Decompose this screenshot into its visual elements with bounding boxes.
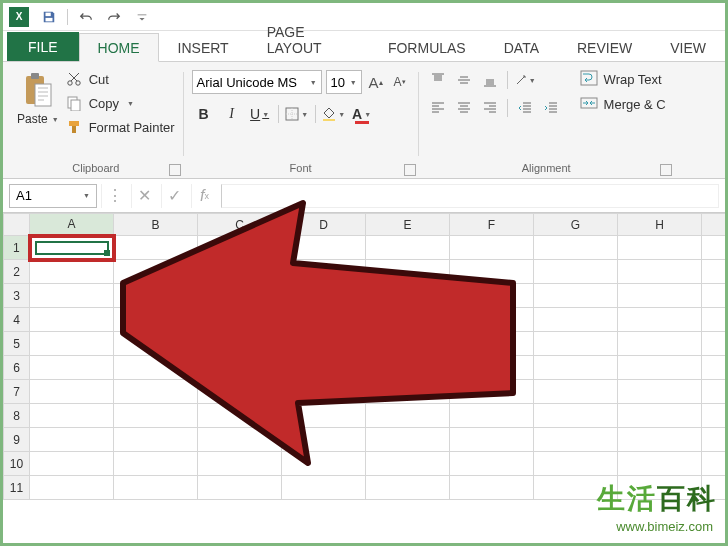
- cell[interactable]: [534, 236, 618, 260]
- cell[interactable]: [534, 404, 618, 428]
- column-header[interactable]: E: [366, 214, 450, 236]
- cell[interactable]: [114, 284, 198, 308]
- cell[interactable]: [618, 404, 702, 428]
- cell[interactable]: [282, 452, 366, 476]
- align-middle-button[interactable]: [453, 70, 475, 90]
- row-header[interactable]: 1: [4, 236, 30, 260]
- cell[interactable]: [282, 380, 366, 404]
- cell[interactable]: [366, 452, 450, 476]
- row-header[interactable]: 5: [4, 332, 30, 356]
- cell[interactable]: [618, 452, 702, 476]
- cell[interactable]: [450, 332, 534, 356]
- cell[interactable]: [618, 380, 702, 404]
- cell[interactable]: [534, 260, 618, 284]
- cell[interactable]: [450, 380, 534, 404]
- cell[interactable]: [534, 380, 618, 404]
- cell[interactable]: [198, 260, 282, 284]
- cell[interactable]: [114, 404, 198, 428]
- cell[interactable]: [198, 236, 282, 260]
- cell[interactable]: [366, 332, 450, 356]
- alignment-launcher[interactable]: [660, 164, 672, 176]
- row-header[interactable]: 8: [4, 404, 30, 428]
- increase-indent-button[interactable]: [540, 98, 562, 118]
- increase-font-size-button[interactable]: A▴: [366, 72, 386, 92]
- cell[interactable]: [702, 404, 729, 428]
- cell[interactable]: [198, 380, 282, 404]
- fill-color-button[interactable]: ▼: [322, 102, 346, 126]
- cancel-formula-button[interactable]: ✕: [131, 184, 157, 208]
- cell[interactable]: [198, 428, 282, 452]
- save-button[interactable]: [37, 5, 61, 29]
- cell[interactable]: [366, 428, 450, 452]
- tab-data[interactable]: DATA: [485, 33, 558, 61]
- font-name-select[interactable]: Arial Unicode MS ▼: [192, 70, 322, 94]
- tab-home[interactable]: HOME: [79, 33, 159, 62]
- cell[interactable]: [114, 260, 198, 284]
- cell[interactable]: [30, 476, 114, 500]
- cell[interactable]: [366, 380, 450, 404]
- cell[interactable]: [30, 356, 114, 380]
- insert-function-button[interactable]: fx: [191, 184, 217, 208]
- wrap-text-button[interactable]: Wrap Text: [580, 70, 666, 89]
- cell[interactable]: [366, 260, 450, 284]
- cell[interactable]: [198, 332, 282, 356]
- cell[interactable]: [198, 404, 282, 428]
- cell[interactable]: [114, 356, 198, 380]
- tab-page-layout[interactable]: PAGE LAYOUT: [248, 17, 369, 61]
- tab-view[interactable]: VIEW: [651, 33, 725, 61]
- row-header[interactable]: 7: [4, 380, 30, 404]
- cell[interactable]: [282, 308, 366, 332]
- cell[interactable]: [114, 380, 198, 404]
- cell[interactable]: [366, 404, 450, 428]
- merge-center-button[interactable]: Merge & C: [580, 95, 666, 114]
- copy-button[interactable]: Copy ▼: [65, 94, 175, 112]
- row-header[interactable]: 10: [4, 452, 30, 476]
- align-bottom-button[interactable]: [479, 70, 501, 90]
- cell[interactable]: [114, 236, 198, 260]
- row-header[interactable]: 4: [4, 308, 30, 332]
- cell[interactable]: [618, 332, 702, 356]
- cell[interactable]: [30, 284, 114, 308]
- cell[interactable]: [114, 428, 198, 452]
- column-header[interactable]: B: [114, 214, 198, 236]
- column-header[interactable]: A: [30, 214, 114, 236]
- cell[interactable]: [282, 236, 366, 260]
- cell[interactable]: [618, 236, 702, 260]
- cell[interactable]: [618, 284, 702, 308]
- row-header[interactable]: 6: [4, 356, 30, 380]
- clipboard-launcher[interactable]: [169, 164, 181, 176]
- formula-input[interactable]: [221, 184, 719, 208]
- spreadsheet-grid[interactable]: ABCDEFGHI1234567891011: [3, 213, 725, 500]
- tab-file[interactable]: FILE: [7, 32, 79, 61]
- column-header[interactable]: D: [282, 214, 366, 236]
- cell[interactable]: [282, 404, 366, 428]
- format-painter-button[interactable]: Format Painter: [65, 118, 175, 136]
- column-header[interactable]: H: [618, 214, 702, 236]
- cell[interactable]: [198, 452, 282, 476]
- cell[interactable]: [198, 356, 282, 380]
- cut-button[interactable]: Cut: [65, 70, 175, 88]
- row-header[interactable]: 9: [4, 428, 30, 452]
- cell[interactable]: [198, 476, 282, 500]
- cell[interactable]: [618, 356, 702, 380]
- cell[interactable]: [282, 260, 366, 284]
- cell[interactable]: [702, 356, 729, 380]
- name-box[interactable]: A1 ▼: [9, 184, 97, 208]
- align-center-button[interactable]: [453, 98, 475, 118]
- tab-review[interactable]: REVIEW: [558, 33, 651, 61]
- cell-selected[interactable]: [30, 236, 114, 260]
- cell[interactable]: [702, 236, 729, 260]
- cell[interactable]: [30, 380, 114, 404]
- cell[interactable]: [114, 332, 198, 356]
- cell[interactable]: [198, 284, 282, 308]
- enter-formula-button[interactable]: ✓: [161, 184, 187, 208]
- cell[interactable]: [702, 308, 729, 332]
- cell[interactable]: [534, 332, 618, 356]
- cell[interactable]: [198, 308, 282, 332]
- cell[interactable]: [366, 476, 450, 500]
- cell[interactable]: [450, 236, 534, 260]
- cell[interactable]: [30, 332, 114, 356]
- cell[interactable]: [282, 428, 366, 452]
- cell[interactable]: [450, 404, 534, 428]
- font-size-select[interactable]: 10 ▼: [326, 70, 362, 94]
